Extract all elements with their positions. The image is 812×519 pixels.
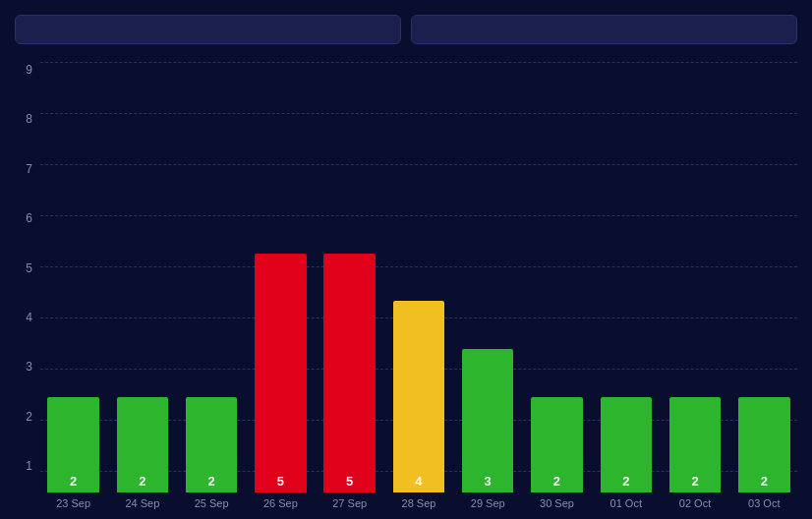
bar: 2 [47, 397, 98, 492]
bar: 5 [255, 254, 306, 492]
bar: 2 [117, 397, 168, 492]
bar-group: 526 Sep [248, 62, 314, 509]
bar-container: 2 [40, 62, 106, 492]
bar-container: 5 [248, 62, 314, 492]
bar-value: 2 [622, 474, 629, 489]
bar-value: 2 [70, 474, 77, 489]
y-label: 9 [15, 64, 32, 76]
bar-container: 4 [385, 62, 451, 492]
bar-value: 3 [485, 474, 492, 489]
bar-value: 5 [346, 474, 353, 489]
x-label: 23 Sep [40, 497, 106, 509]
top-cards [15, 15, 797, 44]
bar-group: 329 Sep [455, 62, 521, 509]
y-label: 7 [15, 163, 32, 175]
y-label: 5 [15, 262, 32, 274]
x-label: 26 Sep [248, 497, 314, 509]
y-label: 2 [15, 411, 32, 423]
bar-group: 224 Sep [109, 62, 175, 509]
next-card [411, 15, 797, 44]
x-label: 30 Sep [524, 497, 590, 509]
bar-group: 225 Sep [179, 62, 245, 509]
bar-container: 2 [524, 62, 590, 492]
x-label: 02 Oct [662, 497, 727, 509]
bar-group: 527 Sep [317, 62, 382, 509]
bar-value: 2 [761, 474, 768, 489]
bar-value: 2 [691, 474, 698, 489]
bar-value: 2 [139, 474, 145, 489]
x-label: 27 Sep [317, 497, 382, 509]
bar: 3 [462, 349, 513, 492]
y-label: 4 [15, 312, 32, 323]
bar-container: 2 [662, 62, 727, 492]
bar-group: 428 Sep [385, 62, 451, 509]
x-label: 01 Oct [593, 497, 659, 509]
bars-container: 223 Sep224 Sep225 Sep526 Sep527 Sep428 S… [40, 62, 797, 509]
bar-value: 2 [208, 474, 215, 489]
y-label: 8 [15, 113, 32, 125]
bar-value: 4 [415, 474, 422, 489]
x-label: 28 Sep [385, 497, 451, 509]
bar: 2 [531, 397, 582, 492]
y-label: 6 [15, 212, 32, 224]
bar: 2 [669, 397, 721, 492]
bar-group: 230 Sep [524, 62, 590, 509]
bar: 5 [323, 254, 375, 492]
x-label: 03 Oct [731, 497, 797, 509]
chart-area: 123456789 223 Sep224 Sep225 Sep526 Sep52… [15, 62, 797, 509]
bar-container: 2 [109, 62, 175, 492]
y-label: 3 [15, 361, 32, 373]
chart-inner: 223 Sep224 Sep225 Sep526 Sep527 Sep428 S… [40, 62, 797, 509]
x-label: 25 Sep [179, 497, 245, 509]
bar-value: 2 [553, 474, 560, 489]
bar-container: 2 [179, 62, 245, 492]
y-label: 1 [15, 460, 32, 472]
x-label: 29 Sep [455, 497, 521, 509]
bar-value: 5 [277, 474, 284, 489]
bar-container: 2 [593, 62, 659, 492]
today-card [15, 15, 401, 44]
page-wrapper: 123456789 223 Sep224 Sep225 Sep526 Sep52… [0, 0, 812, 519]
bar-group: 203 Oct [731, 62, 797, 509]
x-label: 24 Sep [109, 497, 175, 509]
bar-group: 223 Sep [40, 62, 106, 509]
bar: 2 [601, 397, 652, 492]
bar-container: 2 [731, 62, 797, 492]
bar-group: 202 Oct [662, 62, 727, 509]
bar-container: 3 [455, 62, 521, 492]
bar: 2 [186, 397, 237, 492]
bar-group: 201 Oct [593, 62, 659, 509]
y-axis: 123456789 [15, 62, 32, 509]
bar-container: 5 [317, 62, 382, 492]
bar: 4 [393, 301, 444, 492]
bar: 2 [738, 397, 789, 492]
